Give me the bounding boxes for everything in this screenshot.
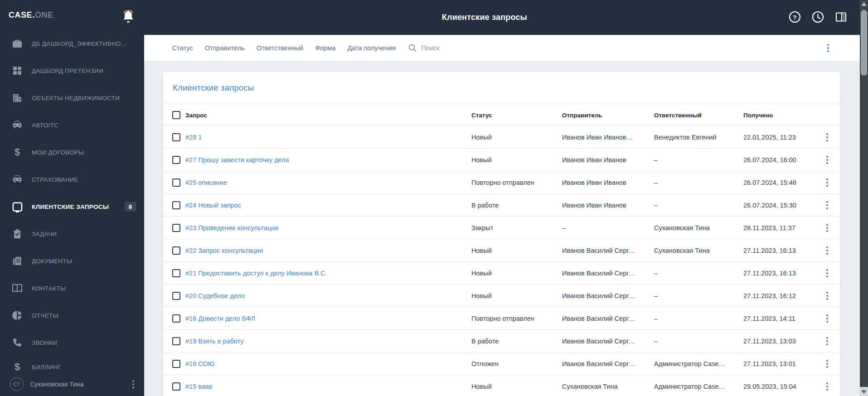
row-actions-menu-icon[interactable] (824, 358, 830, 370)
row-checkbox[interactable] (172, 246, 180, 255)
column-header-received[interactable]: Получено (743, 111, 773, 118)
row-checkbox[interactable] (172, 337, 180, 345)
request-link[interactable]: #24 Новый запрос (185, 202, 241, 209)
responsible-cell: Сухановская Тина (654, 224, 710, 232)
row-checkbox[interactable] (172, 179, 180, 187)
responsible-cell: – (654, 292, 658, 299)
received-cell: 29.05.2023, 15:04 (743, 383, 796, 390)
table-row: #25 описание Повторно отправлен Иванов И… (163, 171, 840, 194)
row-checkbox[interactable] (172, 360, 180, 368)
request-link[interactable]: #19 Взять в работу (185, 338, 244, 345)
row-actions-menu-icon[interactable] (824, 131, 830, 143)
request-link[interactable]: #16 Довести дело БФЛ (185, 315, 255, 322)
user-avatar[interactable]: СТ (10, 377, 24, 391)
search-box[interactable] (408, 44, 480, 52)
row-checkbox[interactable] (172, 292, 180, 300)
sidebar-item-billing[interactable]: $ БИЛЛИНГ (0, 356, 144, 372)
row-checkbox[interactable] (172, 224, 180, 232)
clipboard-check-icon (11, 228, 23, 240)
sidebar-item-reports[interactable]: ОТЧЕТЫ (0, 302, 144, 329)
row-actions-menu-icon[interactable] (824, 199, 830, 211)
row-checkbox[interactable] (172, 156, 180, 164)
user-footer: СТ Сухановская Тина (0, 372, 144, 396)
filter-status[interactable]: Статус (172, 44, 193, 52)
filter-form[interactable]: Форма (315, 44, 335, 52)
sender-cell: Иванов Василий Серг… (562, 338, 635, 345)
vertical-scrollbar[interactable] (860, 0, 868, 396)
sidebar-item-dashboard-claims[interactable]: ДАШБОРД ПРЕТЕНЗИИ (0, 57, 144, 84)
row-actions-menu-icon[interactable] (824, 154, 830, 166)
documents-icon (11, 255, 23, 267)
row-actions-menu-icon[interactable] (824, 245, 830, 256)
row-actions-menu-icon[interactable] (824, 177, 830, 188)
scroll-up-arrow-icon[interactable] (861, 2, 867, 6)
request-link[interactable]: #22 Запрос консультации (185, 247, 263, 254)
request-link[interactable]: #20 Судебное дело (185, 292, 245, 299)
select-all-checkbox[interactable] (172, 111, 180, 119)
request-link[interactable]: #28 1 (185, 134, 202, 141)
inbox-icon (11, 201, 23, 212)
sidebar-item-tasks[interactable]: ЗАДАЧИ (0, 220, 144, 247)
request-link[interactable]: #18 СОЮ (185, 360, 214, 367)
sidebar-item-real-estate[interactable]: ОБЪЕКТЫ НЕДВИЖИМОСТИ (0, 84, 144, 111)
bell-icon[interactable] (121, 9, 135, 24)
row-actions-menu-icon[interactable] (824, 335, 830, 347)
request-link[interactable]: #27 Прошу завести карточку дела (185, 156, 289, 164)
sidebar-item-label: БИЛЛИНГ (32, 364, 61, 371)
column-header-status[interactable]: Статус (471, 111, 492, 118)
column-header-sender[interactable]: Отправитель (562, 111, 602, 118)
row-checkbox[interactable] (172, 269, 180, 277)
sidebar-item-contacts[interactable]: КОНТАКТЫ (0, 275, 144, 302)
user-menu-icon[interactable] (131, 378, 136, 390)
layout-panel-icon[interactable] (835, 11, 847, 23)
column-header-responsible[interactable]: Ответственный (654, 111, 702, 118)
page-title: Клиентские запросы (442, 13, 527, 22)
row-actions-menu-icon[interactable] (824, 290, 830, 302)
request-link[interactable]: #15 вавв (185, 383, 212, 390)
row-checkbox[interactable] (172, 382, 180, 391)
received-cell: 27.11.2023, 14:11 (743, 315, 795, 322)
responsible-cell: – (654, 179, 658, 186)
filter-responsible[interactable]: Ответственный (257, 44, 304, 52)
filter-bar: Статус Отправитель Ответственный Форма Д… (144, 35, 860, 61)
sidebar-item-calls[interactable]: ЗВОНКИ (0, 329, 144, 356)
history-clock-icon[interactable] (812, 11, 824, 23)
filter-sender[interactable]: Отправитель (205, 44, 245, 52)
row-checkbox[interactable] (172, 133, 180, 141)
sidebar-item-documents[interactable]: ДОКУМЕНТЫ (0, 247, 144, 275)
app-logo[interactable]: CASE.ONE (9, 10, 53, 20)
open-book-icon (11, 282, 23, 294)
row-actions-menu-icon[interactable] (824, 267, 830, 279)
sidebar-item-auto[interactable]: АВТО/ТС (0, 111, 144, 139)
card-title: Клиентские запросы (173, 83, 254, 93)
request-link[interactable]: #23 Проведение консультации (185, 224, 278, 232)
sidebar-item-dashboard-effectiveness[interactable]: ДБ ДАШБОРД_ЭФФЕКТИВНО… (0, 30, 144, 57)
sidebar-item-my-contracts[interactable]: $ МОИ ДОГОВОРЫ (0, 139, 144, 166)
filter-bar-menu-icon[interactable] (825, 42, 831, 54)
scroll-down-arrow-icon[interactable] (860, 387, 868, 396)
svg-text:?: ? (793, 14, 797, 21)
scrollbar-thumb[interactable] (861, 10, 867, 76)
search-input[interactable] (421, 44, 480, 52)
sidebar-item-client-requests[interactable]: КЛИЕНТСКИЕ ЗАПРОСЫ 8 (0, 193, 144, 220)
received-cell: 22.01.2025, 11:23 (743, 134, 796, 141)
sidebar-item-insurance[interactable]: СТРАХОВАНИЕ (0, 166, 144, 193)
sender-cell: Иванов Иван Иванов (562, 202, 626, 209)
row-actions-menu-icon[interactable] (824, 313, 830, 324)
sidebar-nav: ДБ ДАШБОРД_ЭФФЕКТИВНО… ДАШБОРД ПРЕТЕНЗИИ… (0, 30, 144, 372)
row-checkbox[interactable] (172, 314, 180, 323)
request-link[interactable]: #25 описание (185, 179, 227, 186)
row-checkbox[interactable] (172, 201, 180, 209)
request-link[interactable]: #21 Предоставить доступ к делу Иванова В… (185, 270, 327, 277)
row-actions-menu-icon[interactable] (824, 222, 830, 234)
sidebar-item-label: ЗАДАЧИ (32, 231, 57, 237)
help-icon[interactable]: ? (789, 11, 801, 23)
sidebar-item-label: СТРАХОВАНИЕ (32, 176, 78, 183)
responsible-cell: – (654, 338, 658, 345)
responsible-cell: – (654, 202, 658, 209)
filter-received-date[interactable]: Дата получения (347, 44, 396, 52)
row-actions-menu-icon[interactable] (824, 381, 830, 392)
column-header-query[interactable]: Запрос (185, 111, 207, 118)
sender-cell: Иванов Василий Серг… (562, 270, 635, 277)
table-header-row: Запрос Статус Отправитель Ответственный … (163, 104, 840, 126)
